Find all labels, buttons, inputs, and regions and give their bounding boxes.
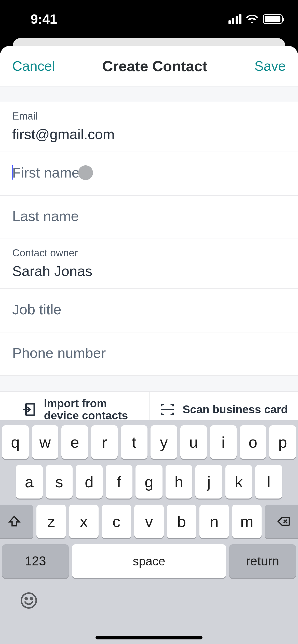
contact-owner-value: Sarah Jonas <box>12 263 286 279</box>
svg-point-2 <box>25 598 27 600</box>
key-b[interactable]: b <box>167 505 196 538</box>
key-g[interactable]: g <box>136 465 162 499</box>
email-label: Email <box>12 110 286 122</box>
first-name-placeholder: First name <box>12 165 80 181</box>
key-k[interactable]: k <box>225 465 252 499</box>
svg-point-1 <box>21 593 36 608</box>
save-button[interactable]: Save <box>254 58 286 74</box>
import-label: Import fromdevice contacts <box>44 397 128 422</box>
last-name-placeholder: Last name <box>12 208 79 224</box>
key-s[interactable]: s <box>46 465 73 499</box>
status-indicators <box>228 14 283 24</box>
status-time: 9:41 <box>15 11 57 27</box>
key-p[interactable]: p <box>269 425 296 459</box>
return-key[interactable]: return <box>229 544 296 578</box>
email-value: first@gmail.com <box>12 126 286 142</box>
home-indicator <box>96 636 202 639</box>
cell-signal-icon <box>228 14 241 24</box>
key-y[interactable]: y <box>151 425 177 459</box>
key-m[interactable]: m <box>232 505 262 538</box>
cancel-button[interactable]: Cancel <box>12 58 55 74</box>
key-l[interactable]: l <box>255 465 282 499</box>
key-o[interactable]: o <box>240 425 266 459</box>
key-r[interactable]: r <box>91 425 118 459</box>
email-field[interactable]: Email first@gmail.com <box>0 102 298 152</box>
svg-point-3 <box>30 598 32 600</box>
phone-number-placeholder: Phone number <box>12 345 106 361</box>
key-n[interactable]: n <box>199 505 229 538</box>
software-keyboard: qwertyuiop asdfghjkl zxcvbnm 123 space r… <box>0 420 298 644</box>
scan-icon <box>160 402 175 417</box>
key-e[interactable]: e <box>61 425 88 459</box>
section-gap <box>0 86 298 102</box>
key-q[interactable]: q <box>2 425 29 459</box>
key-h[interactable]: h <box>166 465 193 499</box>
job-title-field[interactable]: Job title <box>0 289 298 332</box>
key-u[interactable]: u <box>180 425 207 459</box>
contact-owner-field[interactable]: Contact owner Sarah Jonas <box>0 239 298 289</box>
key-w[interactable]: w <box>32 425 59 459</box>
key-d[interactable]: d <box>76 465 103 499</box>
section-gap <box>0 376 298 392</box>
key-t[interactable]: t <box>121 425 147 459</box>
shift-key[interactable] <box>0 505 33 538</box>
contact-owner-label: Contact owner <box>12 247 286 259</box>
import-icon <box>21 402 36 417</box>
status-bar: 9:41 <box>0 0 298 38</box>
key-c[interactable]: c <box>102 505 131 538</box>
key-v[interactable]: v <box>134 505 164 538</box>
text-caret <box>12 165 13 180</box>
emoji-key[interactable] <box>20 592 38 609</box>
key-i[interactable]: i <box>210 425 237 459</box>
phone-number-field[interactable]: Phone number <box>0 332 298 376</box>
space-key[interactable]: space <box>72 544 226 578</box>
backspace-key[interactable] <box>265 505 298 538</box>
first-name-field[interactable]: First name <box>0 152 298 196</box>
scan-label: Scan business card <box>183 403 288 416</box>
key-a[interactable]: a <box>16 465 43 499</box>
modal-header: Cancel Create Contact Save <box>0 46 298 86</box>
numbers-key[interactable]: 123 <box>2 544 69 578</box>
key-j[interactable]: j <box>195 465 222 499</box>
key-f[interactable]: f <box>106 465 133 499</box>
key-z[interactable]: z <box>36 505 66 538</box>
modal-title: Create Contact <box>102 57 207 75</box>
key-x[interactable]: x <box>69 505 99 538</box>
battery-icon <box>263 14 283 24</box>
touch-indicator-icon <box>78 165 93 180</box>
job-title-placeholder: Job title <box>12 301 61 317</box>
last-name-field[interactable]: Last name <box>0 196 298 239</box>
wifi-icon <box>246 14 258 24</box>
